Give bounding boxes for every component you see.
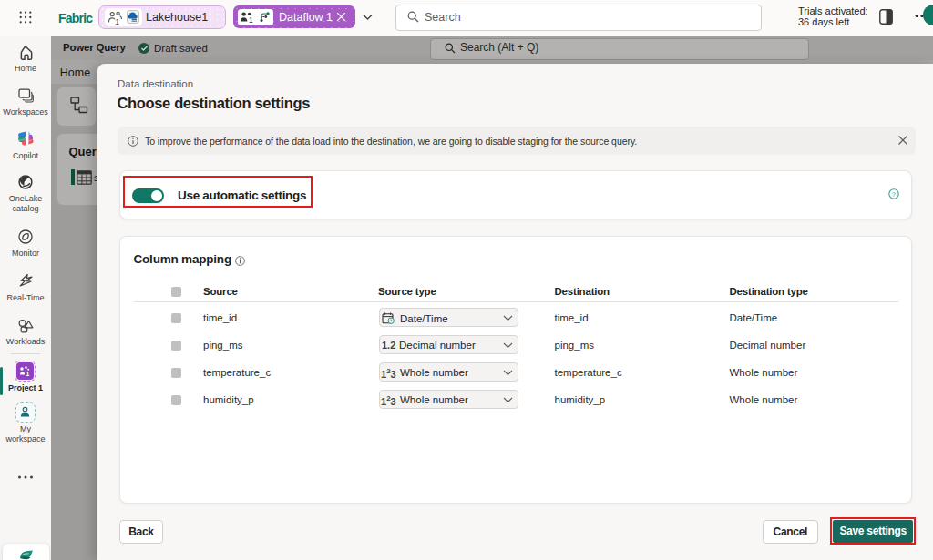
svg-text:?: ? [892,190,896,199]
svg-text:1: 1 [249,15,253,24]
svg-text:1: 1 [26,369,29,377]
svg-text:1: 1 [115,16,119,25]
